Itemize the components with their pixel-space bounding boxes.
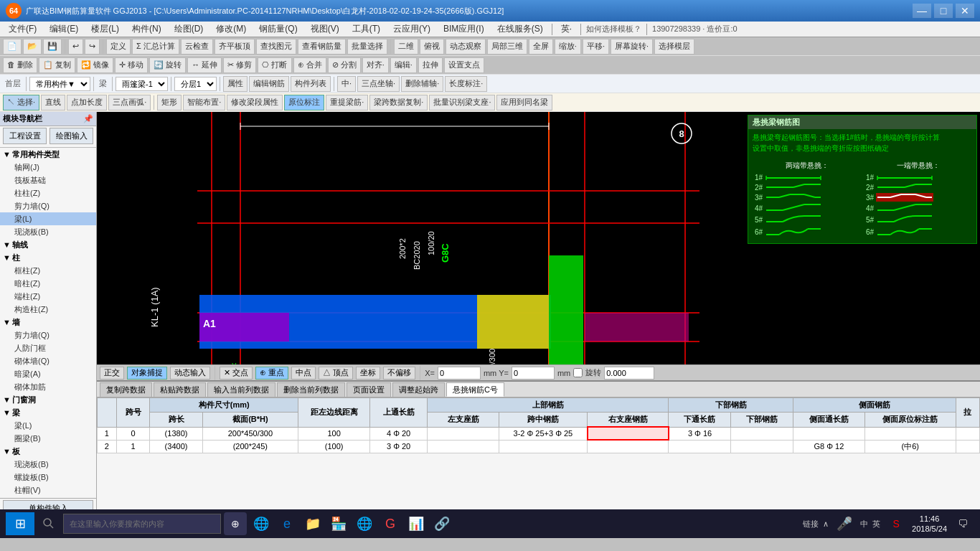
component-type-dropdown[interactable]: 常用构件▼ xyxy=(29,77,90,91)
btn-edit-rebar[interactable]: 编辑钢筋 xyxy=(249,76,289,92)
menu-bim[interactable]: BIM应用(I) xyxy=(438,22,490,37)
btn-copy[interactable]: 📋 复制 xyxy=(39,57,75,73)
btn-zoom[interactable]: 缩放· xyxy=(555,39,581,55)
btn-apply-same[interactable]: 应用到同名梁 xyxy=(496,95,552,110)
menu-edit[interactable]: 编辑(E) xyxy=(44,22,84,37)
sidebar-item-ring-beam[interactable]: 圈梁(B) xyxy=(0,432,96,445)
tab-copy-span[interactable]: 复制跨数据 xyxy=(100,382,152,397)
btn-select-floor[interactable]: 选择模层 xyxy=(654,39,694,55)
sidebar-item-beam[interactable]: 梁(L) xyxy=(0,212,96,225)
sidebar-group-wall[interactable]: ▼墙 xyxy=(0,316,96,329)
snap-coord[interactable]: 坐标 xyxy=(356,367,380,380)
y-input[interactable] xyxy=(512,367,555,380)
search-icon[interactable] xyxy=(37,512,60,535)
sidebar-item-raft[interactable]: 筏板基础 xyxy=(0,174,96,187)
btn-single-component[interactable]: 单构件输入 xyxy=(3,500,93,509)
btn-align[interactable]: 对齐· xyxy=(362,57,389,73)
btn-center[interactable]: 中· xyxy=(337,76,356,92)
btn-modify-seg[interactable]: 修改梁段属性 xyxy=(227,95,283,110)
snap-dynamic[interactable]: 动态输入 xyxy=(170,367,210,380)
btn-extend[interactable]: ↔ 延伸 xyxy=(187,57,222,73)
btn-edit[interactable]: 编辑· xyxy=(390,57,417,73)
snap-orthogonal[interactable]: 正交 xyxy=(100,367,124,380)
btn-batch-identify[interactable]: 批量识别梁支座· xyxy=(429,95,495,110)
btn-draw-input[interactable]: 绘图输入 xyxy=(50,128,93,144)
btn-2d[interactable]: 二维 xyxy=(394,39,418,55)
btn-rotate2[interactable]: 🔄 旋转 xyxy=(149,57,186,73)
td-1-right-seat[interactable] xyxy=(588,427,669,440)
btn-del-aux[interactable]: 删除辅轴· xyxy=(401,76,443,92)
sidebar-group-axis[interactable]: ▼轴线 xyxy=(0,238,96,251)
btn-merge[interactable]: ⊕ 合并 xyxy=(293,57,326,73)
btn-trim[interactable]: ✂ 修剪 xyxy=(223,57,256,73)
btn-pan[interactable]: 平移· xyxy=(583,39,609,55)
menu-cloud[interactable]: 云应用(Y) xyxy=(387,22,436,37)
btn-cloud-check[interactable]: 云检查 xyxy=(181,39,213,55)
sidebar-item-cast-slab[interactable]: 现浇板(B) xyxy=(0,458,96,471)
snap-intersection[interactable]: ✕ 交点 xyxy=(220,367,253,380)
btn-define[interactable]: 定义 xyxy=(106,39,131,55)
element-dropdown[interactable]: 雨篷梁-1 xyxy=(116,77,168,91)
sidebar-item-hidden-col[interactable]: 暗柱(Z) xyxy=(0,277,96,290)
btn-find[interactable]: 查找图元 xyxy=(256,39,296,55)
sidebar-item-axis[interactable]: 轴网(J) xyxy=(0,161,96,174)
sidebar-item-door-frame[interactable]: 人防门框 xyxy=(0,342,96,354)
snap-vertex[interactable]: △ 顶点 xyxy=(319,367,353,380)
menu-component[interactable]: 构件(N) xyxy=(126,22,167,37)
layer-dropdown[interactable]: 分层1 xyxy=(174,77,217,91)
tab-cantilever-rebar[interactable]: 悬挑钢筋C号 xyxy=(446,382,504,397)
taskbar-app-ggjl[interactable]: ⊕ xyxy=(224,512,247,535)
close-button[interactable]: ✕ xyxy=(956,4,974,18)
btn-batch[interactable]: 批量选择 xyxy=(347,39,387,55)
btn-open[interactable]: 📂 xyxy=(23,39,42,55)
minimize-button[interactable]: — xyxy=(913,4,931,18)
data-table-wrap[interactable]: 跨号 构件尺寸(mm) 距左边线距离 上通长筋 上部钢筋 下部钢筋 侧面钢筋 拉 xyxy=(97,397,980,495)
sidebar-group-column[interactable]: ▼柱 xyxy=(0,251,96,264)
snap-center[interactable]: 中点 xyxy=(291,367,316,380)
tray-mic[interactable]: 🎤 xyxy=(833,512,856,535)
btn-pos-label[interactable]: 原位标注 xyxy=(284,95,324,110)
btn-length-label[interactable]: 长度标注· xyxy=(445,76,487,92)
sidebar-group-beam[interactable]: ▼梁 xyxy=(0,406,96,419)
sidebar-item-shear-wall[interactable]: 剪力墙(Q) xyxy=(0,199,96,212)
tab-delete-col[interactable]: 删除当前列数据 xyxy=(277,382,345,397)
btn-split[interactable]: ⊘ 分割 xyxy=(328,57,361,73)
btn-stretch[interactable]: 拉伸 xyxy=(418,57,443,73)
sidebar-group-slab[interactable]: ▼板 xyxy=(0,445,96,458)
btn-3point-axis[interactable]: 三点坐轴· xyxy=(357,76,400,92)
btn-calculate[interactable]: Σ 汇总计算 xyxy=(132,39,179,55)
btn-line[interactable]: 直线 xyxy=(41,95,65,110)
taskbar-app-glyph[interactable]: G xyxy=(379,512,402,535)
btn-re-lift[interactable]: 重提梁筋· xyxy=(326,95,368,110)
btn-select[interactable]: ↖ 选择· xyxy=(3,95,39,110)
sidebar-item-spiral-slab[interactable]: 螺旋板(B) xyxy=(0,471,96,484)
sidebar-group-common[interactable]: ▼常用构件类型 xyxy=(0,148,96,161)
btn-point-length[interactable]: 点加长度 xyxy=(67,95,107,110)
btn-align-top[interactable]: 齐平板顶 xyxy=(215,39,255,55)
tray-antivirus[interactable]: S xyxy=(885,512,908,535)
rotate-input[interactable] xyxy=(604,367,654,380)
btn-span-copy[interactable]: 梁跨数据复制· xyxy=(369,95,428,110)
btn-set-point[interactable]: 设置支点 xyxy=(444,57,484,73)
sidebar-item-frame-col[interactable]: 框柱(Z) xyxy=(0,264,96,277)
taskbar-app-link[interactable]: 🔗 xyxy=(430,512,453,535)
maximize-button[interactable]: □ xyxy=(934,4,953,18)
sidebar-item-column[interactable]: 柱柱(Z) xyxy=(0,187,96,199)
btn-mirror[interactable]: 🔁 镜像 xyxy=(77,57,113,73)
taskbar-app-browser1[interactable]: 🌐 xyxy=(250,512,273,535)
start-button[interactable]: ⊞ xyxy=(6,512,34,535)
btn-rotate[interactable]: 屏幕旋转· xyxy=(611,39,653,55)
btn-local-3d[interactable]: 局部三维 xyxy=(487,39,527,55)
taskbar-search[interactable] xyxy=(63,514,221,534)
taskbar-app-folder[interactable]: 📁 xyxy=(301,512,324,535)
sidebar-group-openings[interactable]: ▼门窗洞 xyxy=(0,393,96,406)
btn-save[interactable]: 💾 xyxy=(43,39,62,55)
tab-input-col[interactable]: 输入当前列数据 xyxy=(207,382,275,397)
sidebar-item-brick-wall[interactable]: 砌体墙(Q) xyxy=(0,354,96,367)
sidebar-item-col-cap[interactable]: 柱帽(V) xyxy=(0,484,96,496)
btn-view-rebar[interactable]: 查看钢筋量 xyxy=(298,39,346,55)
btn-orbit[interactable]: 动态观察 xyxy=(446,39,486,55)
sidebar-item-beam2[interactable]: 梁(L) xyxy=(0,419,96,432)
menu-floor[interactable]: 楼层(L) xyxy=(85,22,125,37)
btn-new[interactable]: 📄 xyxy=(3,39,22,55)
